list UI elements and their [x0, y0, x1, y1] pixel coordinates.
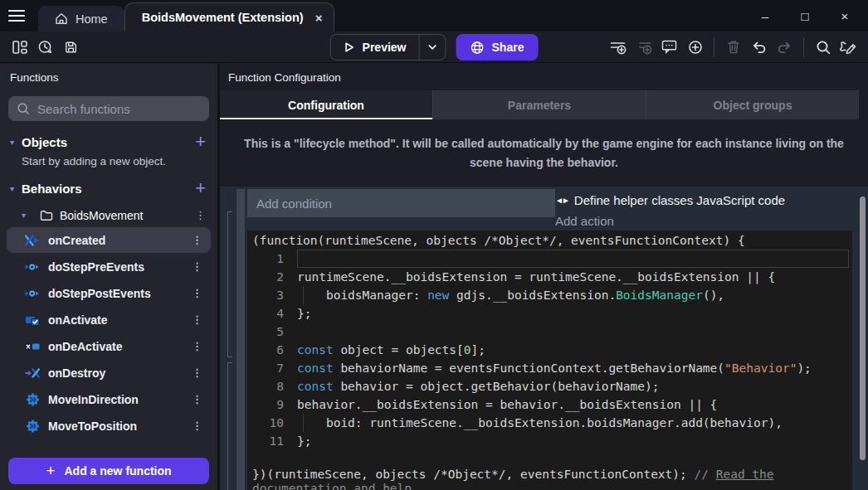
- share-button[interactable]: Share: [456, 34, 539, 61]
- save-icon[interactable]: [58, 35, 84, 60]
- oncreated-icon: [25, 235, 40, 246]
- function-item-onactivate[interactable]: onActivate ⋮: [7, 307, 211, 332]
- event-drag-handle[interactable]: [237, 189, 245, 490]
- gear-icon: [25, 393, 40, 406]
- tab-close-icon[interactable]: ×: [315, 11, 323, 25]
- code-line[interactable]: 6const object = objects[0];: [247, 341, 852, 359]
- function-item-movetoposition[interactable]: MoveToPosition ⋮: [7, 413, 211, 439]
- more-options-icon[interactable]: ⋮: [192, 340, 202, 352]
- behaviors-section-header[interactable]: ▾ Behaviors +: [0, 176, 217, 201]
- undo-icon[interactable]: [746, 35, 772, 60]
- code-line[interactable]: 9behavior.__boidsExtension = behavior.__…: [247, 395, 852, 414]
- line-number: 8: [247, 377, 284, 395]
- share-label: Share: [492, 41, 524, 54]
- function-item-moveindirection[interactable]: MoveInDirection ⋮: [7, 386, 211, 412]
- add-function-button[interactable]: + Add a new function: [8, 458, 209, 484]
- function-item-oncreated[interactable]: onCreated ⋮: [7, 227, 211, 253]
- behavior-group-label: BoidsMovement: [60, 209, 143, 222]
- activate-icon: [25, 314, 40, 326]
- more-options-icon[interactable]: ⋮: [192, 234, 202, 246]
- chevron-down-icon[interactable]: ▾: [22, 211, 33, 220]
- tab-home[interactable]: Home: [38, 6, 124, 32]
- tab-configuration[interactable]: Configuration: [220, 90, 433, 119]
- add-behavior-button[interactable]: +: [195, 180, 206, 196]
- function-configuration-panel: Function Configuration Configuration Par…: [217, 64, 868, 490]
- code-line[interactable]: 5: [247, 323, 852, 341]
- behavior-group-row[interactable]: ▾ BoidsMovement ⋮: [0, 204, 217, 226]
- code-header: (function(runtimeScene, objects /*Object…: [247, 231, 852, 250]
- code-line[interactable]: 8const behavior = object.getBehavior(beh…: [247, 377, 852, 395]
- code-line[interactable]: 11};: [247, 432, 852, 450]
- more-options-icon[interactable]: ⋮: [192, 260, 202, 273]
- add-action-button[interactable]: Add action: [555, 211, 852, 230]
- search-icon: [17, 102, 30, 115]
- run-controls: Preview Share: [330, 34, 539, 61]
- function-item-label: onCreated: [48, 234, 105, 247]
- objects-empty-note: Start by adding a new object.: [0, 154, 217, 167]
- play-icon: [344, 41, 355, 53]
- code-line[interactable]: 2runtimeScene.__boidsExtension = runtime…: [247, 268, 852, 286]
- more-options-icon[interactable]: ⋮: [192, 420, 202, 432]
- more-options-icon[interactable]: ⋮: [192, 366, 202, 379]
- minimize-button[interactable]: –: [745, 2, 785, 29]
- function-item-label: MoveToPosition: [48, 420, 137, 433]
- line-number: 7: [247, 359, 284, 377]
- redo-icon[interactable]: [772, 35, 797, 60]
- tab-extension[interactable]: BoidsMovement (Extension) ×: [124, 2, 335, 32]
- window-controls: – □ ×: [745, 2, 865, 29]
- main-menu-button[interactable]: [0, 0, 33, 32]
- close-button[interactable]: ×: [825, 2, 865, 29]
- tab-parameters[interactable]: Parameters: [433, 90, 646, 119]
- functions-panel: Functions ▾ Objects + Start by adding a …: [0, 64, 217, 490]
- add-object-button[interactable]: +: [195, 133, 206, 150]
- js-event-title-row: ◄► Define helper classes JavaScript code: [555, 189, 852, 211]
- add-function-label: Add a new function: [65, 464, 172, 478]
- preview-button[interactable]: Preview: [330, 34, 446, 61]
- title-bar: Home BoidsMovement (Extension) × – □ ×: [0, 0, 868, 32]
- function-item-ondestroy[interactable]: onDestroy ⋮: [7, 360, 211, 386]
- add-other-icon[interactable]: [682, 35, 708, 60]
- events-scrollbar[interactable]: [860, 196, 866, 460]
- more-options-icon[interactable]: ⋮: [192, 287, 202, 299]
- more-options-icon[interactable]: ⋮: [195, 209, 206, 221]
- maximize-button[interactable]: □: [785, 2, 825, 29]
- step-events-icon: [25, 288, 40, 299]
- add-subevent-icon[interactable]: [631, 35, 656, 60]
- preview-dropdown-button[interactable]: [420, 35, 446, 60]
- line-number: 4: [247, 304, 284, 323]
- delete-icon[interactable]: [720, 35, 746, 60]
- project-manager-icon[interactable]: [7, 35, 32, 60]
- function-item-label: doStepPostEvents: [48, 287, 151, 300]
- js-code-icon: ◄►: [555, 196, 568, 205]
- line-number: 3: [247, 286, 284, 304]
- edit-extension-icon[interactable]: [836, 35, 861, 60]
- code-line[interactable]: 7const behaviorName = eventsFunctionCont…: [247, 359, 852, 377]
- more-options-icon[interactable]: ⋮: [192, 313, 202, 326]
- code-line[interactable]: 3 boidsManager: new gdjs.__boidsExtensio…: [247, 286, 852, 304]
- add-event-icon[interactable]: [605, 35, 631, 60]
- add-comment-icon[interactable]: [656, 35, 682, 60]
- code-line[interactable]: 1: [247, 250, 852, 268]
- function-item-dosteppreevents[interactable]: doStepPreEvents ⋮: [7, 254, 211, 279]
- code-footer: })(runtimeScene, objects /*Object*/, eve…: [247, 468, 852, 490]
- chevron-down-icon[interactable]: ▾: [10, 138, 22, 147]
- tab-object-groups[interactable]: Object groups: [646, 90, 859, 119]
- chevron-down-icon[interactable]: ▾: [10, 184, 22, 193]
- line-number: 1: [247, 250, 284, 268]
- search-functions-box[interactable]: [8, 96, 209, 121]
- code-editor[interactable]: (function(runtimeScene, objects /*Object…: [247, 230, 852, 490]
- functions-panel-title: Functions: [0, 64, 217, 90]
- search-events-icon[interactable]: [810, 35, 836, 60]
- search-functions-input[interactable]: [37, 102, 201, 116]
- code-line[interactable]: 10 boid: runtimeScene.__boidsExtension.b…: [247, 414, 852, 432]
- add-condition-button[interactable]: Add condition: [247, 189, 555, 217]
- function-item-ondeactivate[interactable]: onDeActivate ⋮: [7, 333, 211, 359]
- function-item-dosteppostevents[interactable]: doStepPostEvents ⋮: [7, 280, 211, 306]
- objects-section-header[interactable]: ▾ Objects +: [0, 129, 217, 154]
- globe-icon: [471, 41, 485, 55]
- deactivate-icon: [25, 341, 40, 352]
- preview-label: Preview: [363, 41, 407, 54]
- more-options-icon[interactable]: ⋮: [192, 393, 202, 405]
- version-history-icon[interactable]: [32, 35, 58, 60]
- code-line[interactable]: 4};: [247, 304, 852, 323]
